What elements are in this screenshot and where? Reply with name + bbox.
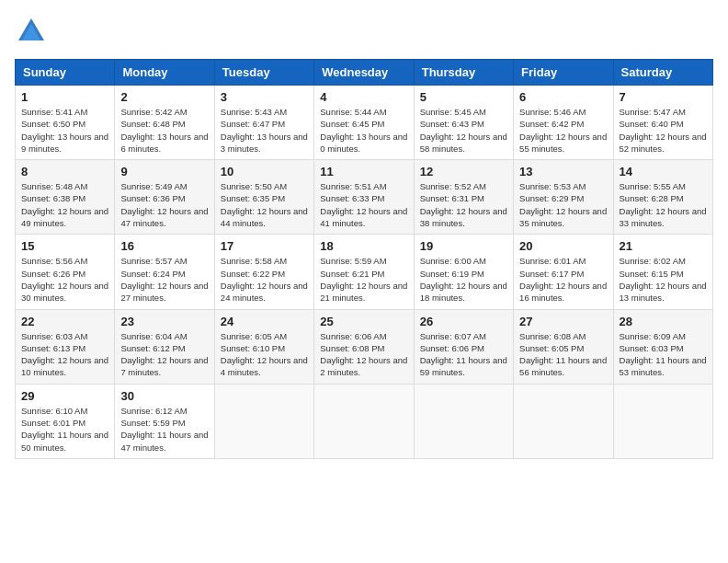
calendar-cell: 2 Sunrise: 5:42 AM Sunset: 6:48 PM Dayli… — [115, 86, 214, 160]
day-number: 17 — [221, 239, 308, 253]
day-number: 28 — [620, 315, 707, 328]
calendar-cell: 11 Sunrise: 5:51 AM Sunset: 6:33 PM Dayl… — [314, 160, 414, 235]
calendar-cell: 18 Sunrise: 5:59 AM Sunset: 6:21 PM Dayl… — [314, 235, 414, 309]
calendar-cell: 19 Sunrise: 6:00 AM Sunset: 6:19 PM Dayl… — [414, 235, 513, 309]
day-number: 30 — [120, 389, 208, 403]
day-number: 20 — [519, 239, 607, 253]
calendar-cell: 10 Sunrise: 5:50 AM Sunset: 6:35 PM Dayl… — [214, 160, 313, 235]
calendar-cell: 6 Sunrise: 5:46 AM Sunset: 6:42 PM Dayli… — [514, 86, 613, 160]
calendar-cell: 23 Sunrise: 6:04 AM Sunset: 6:12 PM Dayl… — [115, 309, 214, 384]
calendar-cell: 15 Sunrise: 5:56 AM Sunset: 6:26 PM Dayl… — [16, 235, 115, 309]
calendar-week-row: 29 Sunrise: 6:10 AM Sunset: 6:01 PM Dayl… — [16, 384, 713, 458]
day-number: 24 — [221, 315, 308, 328]
calendar-week-row: 1 Sunrise: 5:41 AM Sunset: 6:50 PM Dayli… — [16, 86, 713, 160]
weekday-header-friday: Friday — [514, 60, 613, 86]
day-info: Sunrise: 5:42 AM Sunset: 6:48 PM Dayligh… — [120, 106, 208, 155]
day-number: 18 — [320, 239, 407, 253]
day-number: 26 — [420, 315, 507, 328]
day-number: 2 — [120, 90, 208, 104]
calendar-cell — [514, 384, 613, 458]
day-info: Sunrise: 5:41 AM Sunset: 6:50 PM Dayligh… — [21, 106, 108, 155]
calendar-week-row: 22 Sunrise: 6:03 AM Sunset: 6:13 PM Dayl… — [16, 309, 713, 384]
day-number: 11 — [320, 165, 407, 178]
day-info: Sunrise: 6:05 AM Sunset: 6:10 PM Dayligh… — [221, 330, 308, 379]
calendar-cell: 1 Sunrise: 5:41 AM Sunset: 6:50 PM Dayli… — [16, 86, 115, 160]
calendar-cell — [613, 384, 712, 458]
day-number: 14 — [620, 165, 707, 178]
day-info: Sunrise: 6:00 AM Sunset: 6:19 PM Dayligh… — [420, 255, 507, 304]
weekday-header-thursday: Thursday — [414, 60, 513, 86]
day-number: 13 — [519, 165, 607, 178]
calendar-cell: 21 Sunrise: 6:02 AM Sunset: 6:15 PM Dayl… — [613, 235, 712, 309]
day-info: Sunrise: 5:46 AM Sunset: 6:42 PM Dayligh… — [519, 106, 607, 155]
day-info: Sunrise: 5:51 AM Sunset: 6:33 PM Dayligh… — [320, 180, 407, 229]
day-info: Sunrise: 5:59 AM Sunset: 6:21 PM Dayligh… — [320, 255, 407, 304]
logo — [15, 15, 51, 48]
day-info: Sunrise: 6:10 AM Sunset: 6:01 PM Dayligh… — [21, 405, 108, 454]
calendar-cell: 20 Sunrise: 6:01 AM Sunset: 6:17 PM Dayl… — [514, 235, 613, 309]
calendar-cell: 7 Sunrise: 5:47 AM Sunset: 6:40 PM Dayli… — [613, 86, 712, 160]
day-info: Sunrise: 5:57 AM Sunset: 6:24 PM Dayligh… — [120, 255, 208, 304]
calendar-cell: 12 Sunrise: 5:52 AM Sunset: 6:31 PM Dayl… — [414, 160, 513, 235]
calendar-cell: 29 Sunrise: 6:10 AM Sunset: 6:01 PM Dayl… — [16, 384, 115, 458]
day-number: 1 — [21, 90, 108, 104]
calendar-cell: 13 Sunrise: 5:53 AM Sunset: 6:29 PM Dayl… — [514, 160, 613, 235]
day-info: Sunrise: 5:47 AM Sunset: 6:40 PM Dayligh… — [620, 106, 707, 155]
day-number: 21 — [620, 239, 707, 253]
calendar-cell — [314, 384, 414, 458]
day-info: Sunrise: 5:55 AM Sunset: 6:28 PM Dayligh… — [620, 180, 707, 229]
calendar-week-row: 15 Sunrise: 5:56 AM Sunset: 6:26 PM Dayl… — [16, 235, 713, 309]
day-info: Sunrise: 5:56 AM Sunset: 6:26 PM Dayligh… — [21, 255, 108, 304]
day-info: Sunrise: 6:09 AM Sunset: 6:03 PM Dayligh… — [620, 330, 707, 379]
day-number: 19 — [420, 239, 507, 253]
day-info: Sunrise: 6:12 AM Sunset: 5:59 PM Dayligh… — [120, 405, 208, 454]
calendar-cell: 25 Sunrise: 6:06 AM Sunset: 6:08 PM Dayl… — [314, 309, 414, 384]
day-info: Sunrise: 5:52 AM Sunset: 6:31 PM Dayligh… — [420, 180, 507, 229]
calendar-week-row: 8 Sunrise: 5:48 AM Sunset: 6:38 PM Dayli… — [16, 160, 713, 235]
day-info: Sunrise: 5:45 AM Sunset: 6:43 PM Dayligh… — [420, 106, 507, 155]
weekday-header-saturday: Saturday — [613, 60, 712, 86]
day-info: Sunrise: 6:04 AM Sunset: 6:12 PM Dayligh… — [120, 330, 208, 379]
calendar-cell: 17 Sunrise: 5:58 AM Sunset: 6:22 PM Dayl… — [214, 235, 313, 309]
day-info: Sunrise: 5:53 AM Sunset: 6:29 PM Dayligh… — [519, 180, 607, 229]
day-number: 4 — [320, 90, 407, 104]
calendar-cell — [414, 384, 513, 458]
day-info: Sunrise: 6:06 AM Sunset: 6:08 PM Dayligh… — [320, 330, 407, 379]
day-number: 6 — [519, 90, 607, 104]
weekday-header-sunday: Sunday — [16, 60, 115, 86]
day-info: Sunrise: 6:07 AM Sunset: 6:06 PM Dayligh… — [420, 330, 507, 379]
day-number: 29 — [21, 389, 108, 403]
calendar-table: SundayMondayTuesdayWednesdayThursdayFrid… — [15, 59, 713, 459]
calendar-cell: 27 Sunrise: 6:08 AM Sunset: 6:05 PM Dayl… — [514, 309, 613, 384]
day-number: 7 — [620, 90, 707, 104]
weekday-header-wednesday: Wednesday — [314, 60, 414, 86]
day-number: 25 — [320, 315, 407, 328]
day-number: 15 — [21, 239, 108, 253]
calendar-cell: 16 Sunrise: 5:57 AM Sunset: 6:24 PM Dayl… — [115, 235, 214, 309]
day-number: 9 — [120, 165, 208, 178]
calendar-cell: 5 Sunrise: 5:45 AM Sunset: 6:43 PM Dayli… — [414, 86, 513, 160]
logo-icon — [15, 15, 48, 48]
day-number: 22 — [21, 315, 108, 328]
day-info: Sunrise: 5:50 AM Sunset: 6:35 PM Dayligh… — [221, 180, 308, 229]
page-header — [15, 15, 713, 48]
day-info: Sunrise: 5:58 AM Sunset: 6:22 PM Dayligh… — [221, 255, 308, 304]
day-number: 16 — [120, 239, 208, 253]
day-info: Sunrise: 6:01 AM Sunset: 6:17 PM Dayligh… — [519, 255, 607, 304]
day-info: Sunrise: 6:03 AM Sunset: 6:13 PM Dayligh… — [21, 330, 108, 379]
day-info: Sunrise: 5:49 AM Sunset: 6:36 PM Dayligh… — [120, 180, 208, 229]
day-number: 10 — [221, 165, 308, 178]
day-number: 12 — [420, 165, 507, 178]
day-number: 27 — [519, 315, 607, 328]
calendar-cell: 3 Sunrise: 5:43 AM Sunset: 6:47 PM Dayli… — [214, 86, 313, 160]
weekday-header-tuesday: Tuesday — [214, 60, 313, 86]
day-info: Sunrise: 5:48 AM Sunset: 6:38 PM Dayligh… — [21, 180, 108, 229]
day-number: 23 — [120, 315, 208, 328]
calendar-cell: 9 Sunrise: 5:49 AM Sunset: 6:36 PM Dayli… — [115, 160, 214, 235]
day-number: 5 — [420, 90, 507, 104]
day-info: Sunrise: 5:44 AM Sunset: 6:45 PM Dayligh… — [320, 106, 407, 155]
calendar-cell: 4 Sunrise: 5:44 AM Sunset: 6:45 PM Dayli… — [314, 86, 414, 160]
calendar-cell: 26 Sunrise: 6:07 AM Sunset: 6:06 PM Dayl… — [414, 309, 513, 384]
day-number: 3 — [221, 90, 308, 104]
calendar-cell: 28 Sunrise: 6:09 AM Sunset: 6:03 PM Dayl… — [613, 309, 712, 384]
